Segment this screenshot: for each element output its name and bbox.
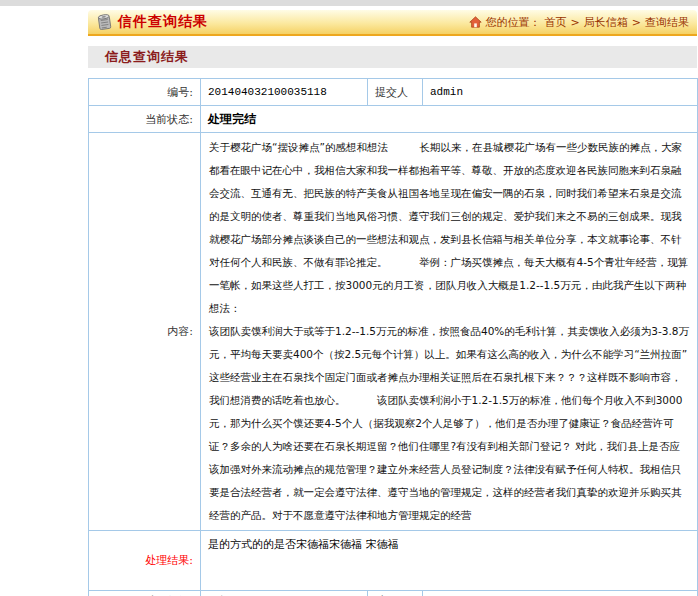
breadcrumb: 您的位置： 首页 > 局长信箱 > 查询结果 xyxy=(469,15,689,30)
breadcrumb-prefix: 您的位置： xyxy=(486,15,541,30)
breadcrumb-separator: > xyxy=(571,16,580,29)
row-department: 处理部门: 局长信箱 处理人 admin xyxy=(89,591,698,596)
page-top-strip xyxy=(0,0,698,6)
department-label: 处理部门: xyxy=(89,591,201,596)
breadcrumb-separator: > xyxy=(632,16,641,29)
handler-label: 处理人 xyxy=(368,591,423,596)
number-label: 编号: xyxy=(89,79,201,106)
handler-value: admin xyxy=(423,591,698,596)
department-value: 局长信箱 xyxy=(201,591,368,596)
section-title-bar: 信息查询结果 xyxy=(88,46,697,68)
section-title: 信息查询结果 xyxy=(105,49,189,64)
breadcrumb-current: 查询结果 xyxy=(645,15,689,30)
result-table: 编号: 201404032100035118 提交人 admin 当前状态: 处… xyxy=(88,78,698,596)
row-content: 内容: 关于樱花广场“摆设摊点”的感想和想法 长期以来，在县城樱花广场有一些少数… xyxy=(89,133,698,531)
status-value: 处理完结 xyxy=(201,106,698,133)
header-left: 信件查询结果 xyxy=(96,13,208,31)
submitter-label: 提交人 xyxy=(368,79,423,106)
row-status: 当前状态: 处理完结 xyxy=(89,106,698,133)
main-container: 信件查询结果 您的位置： 首页 > 局长信箱 > 查询结果 信息查询结果 编号:… xyxy=(88,10,697,596)
result-label: 处理结果: xyxy=(89,531,201,591)
mail-scroll-icon xyxy=(96,13,113,31)
content-value: 关于樱花广场“摆设摊点”的感想和想法 长期以来，在县城樱花广场有一些少数民族的摊… xyxy=(201,133,698,531)
row-number: 编号: 201404032100035118 提交人 admin xyxy=(89,79,698,106)
breadcrumb-mailbox-link[interactable]: 局长信箱 xyxy=(584,15,628,30)
submitter-value: admin xyxy=(423,79,698,106)
page-title: 信件查询结果 xyxy=(118,13,208,31)
breadcrumb-home-link[interactable]: 首页 xyxy=(545,15,567,30)
home-icon xyxy=(469,16,482,28)
status-label: 当前状态: xyxy=(89,106,201,133)
result-value: 是的方式的的是否宋德福宋德福 宋德福 xyxy=(201,531,698,591)
header-bar: 信件查询结果 您的位置： 首页 > 局长信箱 > 查询结果 xyxy=(88,10,697,36)
number-value: 201404032100035118 xyxy=(201,79,368,106)
content-label: 内容: xyxy=(89,133,201,531)
row-result: 处理结果: 是的方式的的是否宋德福宋德福 宋德福 xyxy=(89,531,698,591)
